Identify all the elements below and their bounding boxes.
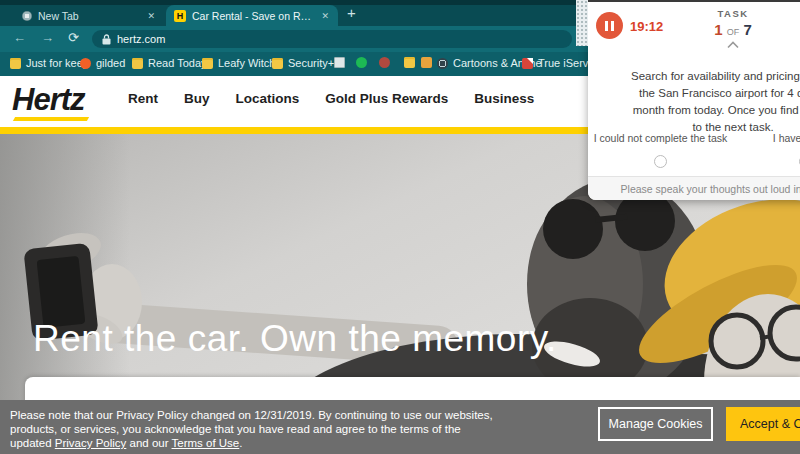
refresh-icon[interactable]: ⟳	[68, 30, 79, 45]
hertz-favicon-icon: H	[174, 10, 186, 22]
task-instructions: Search for availability and pricing for …	[588, 68, 800, 136]
green-dot-icon	[356, 57, 367, 68]
bookmark-label: Security+	[288, 57, 334, 69]
bookmark-read-today[interactable]: Read Today	[132, 57, 207, 69]
option-not-complete: I could not complete the task	[588, 132, 733, 168]
task-counter: TASK 1 OF 7	[588, 8, 800, 49]
cookie-line2: products, or services, you acknowledge t…	[10, 423, 461, 435]
accept-close-button[interactable]: Accept & C	[726, 407, 800, 441]
bookmark-gilded[interactable]: gilded	[80, 57, 125, 69]
speak-aloud-note: Please speak your thoughts out loud in E…	[588, 176, 800, 200]
cookie-line3-prefix: updated	[10, 437, 55, 449]
bookmark-amber[interactable]	[421, 57, 432, 68]
apple-icon	[379, 57, 390, 68]
bookmark-label: Read Today	[148, 57, 207, 69]
bookmark-label: True iServi	[538, 57, 591, 69]
option-label: I have comple	[733, 132, 800, 144]
folder-icon	[10, 58, 21, 69]
nav-business[interactable]: Business	[474, 91, 534, 106]
folder-icon	[404, 57, 415, 68]
nav-rent[interactable]: Rent	[128, 91, 158, 106]
bookmark-security-plus[interactable]: Security+	[272, 57, 334, 69]
address-bar[interactable]: hertz.com	[92, 30, 572, 48]
lock-icon	[102, 34, 111, 45]
task-word-label: TASK	[588, 8, 800, 19]
chevron-up-icon[interactable]	[726, 41, 740, 49]
cookie-notice-text: Please note that our Privacy Policy chan…	[10, 408, 590, 450]
tab-hertz-active[interactable]: H Car Rental - Save on Rental Cars ✕	[166, 5, 338, 26]
task-recorder-panel: 19:12 TASK 1 OF 7 Search for availabilit…	[588, 0, 800, 200]
nav-gold-plus-rewards[interactable]: Gold Plus Rewards	[325, 91, 448, 106]
manage-cookies-button[interactable]: Manage Cookies	[598, 407, 713, 441]
task-count: 1 OF 7	[588, 21, 800, 38]
red-doc-icon	[522, 58, 533, 69]
privacy-policy-link[interactable]: Privacy Policy	[55, 437, 127, 449]
folder-icon	[132, 58, 143, 69]
option-complete: I have comple	[733, 132, 800, 168]
globe-icon	[437, 58, 448, 69]
bookmark-label: gilded	[96, 57, 125, 69]
tab-new-tab[interactable]: New Tab ✕	[14, 5, 164, 26]
hertz-logo[interactable]: Hertz	[12, 82, 85, 118]
task-current-number: 1	[714, 21, 722, 38]
chrome-favicon-icon	[22, 11, 32, 21]
bookmark-label: Leafy Witch	[218, 57, 275, 69]
orange-dot-icon	[80, 58, 91, 69]
folder-icon	[272, 58, 283, 69]
cookie-line3-mid: and our	[126, 437, 171, 449]
bookmark-folder[interactable]	[404, 57, 415, 68]
completion-options: I could not complete the task I have com…	[588, 132, 800, 168]
bookmark-apple[interactable]	[379, 57, 390, 68]
forward-icon[interactable]: →	[41, 30, 54, 45]
bookmark-just-for-keep[interactable]: Just for keep	[10, 57, 89, 69]
nav-locations[interactable]: Locations	[236, 91, 300, 106]
tab-close-icon[interactable]: ✕	[320, 11, 330, 21]
tab-title: Car Rental - Save on Rental Cars	[192, 10, 314, 22]
task-of-label: OF	[727, 27, 740, 37]
hertz-logo-underline	[13, 117, 89, 121]
main-navigation: Rent Buy Locations Gold Plus Rewards Bus…	[128, 91, 534, 106]
tab-title: New Tab	[38, 10, 140, 22]
task-total-number: 7	[743, 21, 751, 38]
folder-icon	[202, 58, 213, 69]
panel-drag-handle[interactable]	[576, 0, 588, 46]
amber-square-icon	[421, 57, 432, 68]
terms-of-use-link[interactable]: Terms of Use	[172, 437, 240, 449]
back-icon[interactable]: ←	[13, 30, 26, 45]
cookie-line1: Please note that our Privacy Policy chan…	[10, 409, 493, 421]
hero-headline: Rent the car. Own the memory.	[33, 318, 557, 360]
screenshot-root: New Tab ✕ H Car Rental - Save on Rental …	[0, 0, 800, 454]
tab-close-icon[interactable]: ✕	[146, 11, 156, 21]
option-label: I could not complete the task	[588, 132, 733, 144]
nav-buy[interactable]: Buy	[184, 91, 210, 106]
speak-note-text: Please speak your thoughts out loud in	[621, 183, 800, 195]
radio-not-complete[interactable]	[654, 155, 667, 168]
bookmark-true-iservice[interactable]: True iServi	[522, 57, 591, 69]
bookmark-green[interactable]	[356, 57, 367, 68]
url-text: hertz.com	[117, 33, 165, 45]
cookie-line3-suffix: .	[239, 437, 242, 449]
new-tab-button[interactable]: +	[347, 4, 356, 21]
cookie-banner: Please note that our Privacy Policy chan…	[0, 400, 800, 454]
bookmark-leafy-witch[interactable]: Leafy Witch	[202, 57, 275, 69]
bookmark-monitor[interactable]	[334, 57, 345, 68]
monitor-icon	[334, 57, 345, 68]
